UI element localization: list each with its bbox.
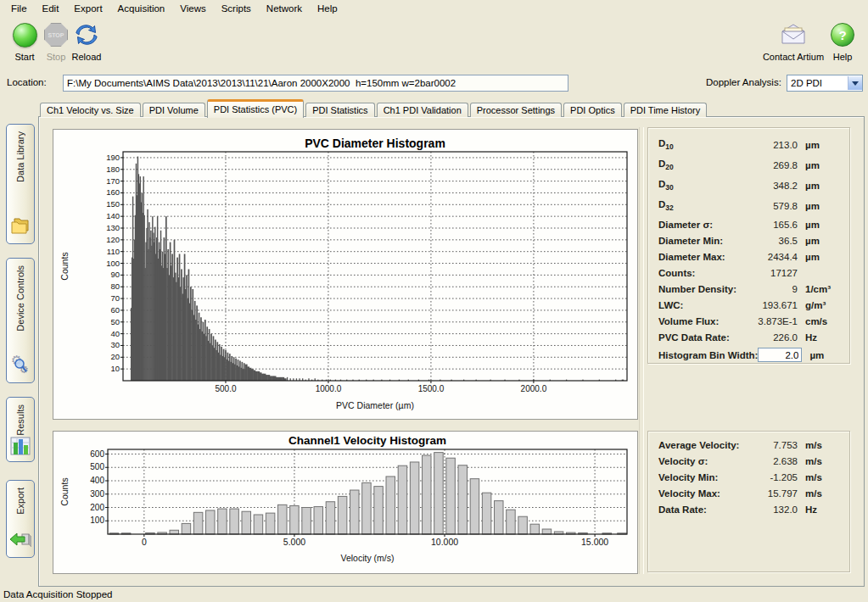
aims-application-window: FileEditExportAcquisitionViewsScriptsNet… xyxy=(0,0,868,602)
stat-row-average-velocity: Average Velocity:7.753m/s xyxy=(648,437,849,453)
stat-value: 3.873E-1 xyxy=(745,316,798,326)
svg-text:2000.0: 2000.0 xyxy=(521,384,547,393)
menu-item-help[interactable]: Help xyxy=(310,2,345,15)
svg-text:150: 150 xyxy=(106,199,120,209)
sidebar-item-results[interactable]: Results xyxy=(6,397,35,462)
stat-value: 348.2 xyxy=(745,181,798,191)
svg-text:400: 400 xyxy=(90,476,104,485)
stat-unit: cm/s xyxy=(798,316,841,326)
menu-item-edit[interactable]: Edit xyxy=(35,2,67,15)
doppler-analysis-select[interactable]: 2D PDI xyxy=(787,75,863,92)
tab-pdi-optics[interactable]: PDI Optics xyxy=(563,103,622,117)
stat-label: Velocity Min: xyxy=(658,472,745,482)
x-tick-labels: 05.00010.00015.000 xyxy=(142,537,608,547)
svg-text:90: 90 xyxy=(110,270,120,279)
sidebar-item-data-library[interactable]: Data Library xyxy=(6,124,35,244)
stat-unit: g/m³ xyxy=(798,300,841,310)
sidebar-item-label: Device Controls xyxy=(15,265,25,332)
svg-text:500.0: 500.0 xyxy=(215,384,236,393)
histogram-bin-width-input[interactable] xyxy=(758,348,802,362)
toolbar: Start STOP Stop Reload xyxy=(0,17,868,71)
tab-bar: Ch1 Velocity vs. SizePDI VolumePDI Stati… xyxy=(40,101,708,117)
stat-unit: m/s xyxy=(798,488,841,499)
tab-pdi-statistics-pvc[interactable]: PDI Statistics (PVC) xyxy=(207,99,304,118)
stat-row-number-density: Number Density:91/cm³ xyxy=(648,281,849,297)
x-tick-labels: 500.01000.01500.02000.0 xyxy=(215,384,546,393)
chart-title: Channel1 Velocity Histogram xyxy=(288,434,446,447)
stat-label: PVC Data Rate: xyxy=(658,332,745,343)
stat-label: Velocity Max: xyxy=(658,488,745,499)
svg-text:70: 70 xyxy=(110,293,120,303)
tab-ch1-pdi-validation[interactable]: Ch1 PDI Validation xyxy=(377,103,468,117)
stat-value: 193.671 xyxy=(745,300,798,310)
y-tick-labels: 1020304050607080901001101201301401501601… xyxy=(106,153,120,373)
export-arrow-icon xyxy=(9,530,31,552)
contact-artium-button[interactable]: Contact Artium xyxy=(762,20,825,62)
menu-bar: FileEditExportAcquisitionViewsScriptsNet… xyxy=(0,0,868,16)
menu-item-network[interactable]: Network xyxy=(259,2,310,15)
svg-text:140: 140 xyxy=(106,211,120,220)
stat-label: Data Rate: xyxy=(658,504,745,515)
svg-text:10: 10 xyxy=(110,364,120,373)
stat-value: 9 xyxy=(745,284,798,294)
chevron-down-icon xyxy=(852,81,859,86)
help-button[interactable]: ? Help xyxy=(818,20,867,62)
menu-item-file[interactable]: File xyxy=(3,2,35,15)
menu-item-acquisition[interactable]: Acquisition xyxy=(110,2,173,15)
svg-text:30: 30 xyxy=(110,340,120,349)
stat-value: 269.8 xyxy=(745,160,798,170)
svg-text:300: 300 xyxy=(90,489,104,499)
menu-item-views[interactable]: Views xyxy=(172,2,213,15)
reload-button-label: Reload xyxy=(62,52,111,62)
svg-text:180: 180 xyxy=(106,164,120,174)
stat-unit: µm xyxy=(798,220,841,230)
tab-pdi-statistics[interactable]: PDI Statistics xyxy=(305,103,374,117)
svg-text:200: 200 xyxy=(90,503,104,512)
svg-text:0: 0 xyxy=(142,537,147,547)
vertical-splitter[interactable] xyxy=(639,127,644,574)
svg-text:100: 100 xyxy=(106,259,120,268)
stat-label: Number Density: xyxy=(658,284,745,294)
svg-text:15.000: 15.000 xyxy=(581,537,608,547)
stat-value: -1.205 xyxy=(745,472,798,482)
status-text: Data Acquisition Stopped xyxy=(3,589,113,599)
reload-button[interactable]: Reload xyxy=(62,20,111,62)
help-button-label: Help xyxy=(818,52,867,62)
doppler-analysis-label: Doppler Analysis: xyxy=(706,77,781,87)
tab-processor-settings[interactable]: Processor Settings xyxy=(470,103,562,117)
menu-item-export[interactable]: Export xyxy=(66,2,109,15)
tab-pdi-time-history[interactable]: PDI Time History xyxy=(624,103,708,117)
folders-icon xyxy=(9,215,31,238)
location-label: Location: xyxy=(7,77,47,87)
stat-label: D30 xyxy=(658,179,745,192)
tab-ch1-velocity-vs-size[interactable]: Ch1 Velocity vs. Size xyxy=(40,103,141,117)
stat-label: D20 xyxy=(658,159,745,171)
stat-unit: µm xyxy=(798,140,841,150)
svg-text:1500.0: 1500.0 xyxy=(418,384,445,393)
stat-value: 213.0 xyxy=(745,140,798,150)
envelope-icon xyxy=(762,20,825,49)
reload-icon xyxy=(62,20,111,49)
stat-label: Diameter Max: xyxy=(658,252,745,262)
stat-value: 36.5 xyxy=(745,236,798,246)
svg-text:160: 160 xyxy=(106,187,120,197)
tab-pdi-volume[interactable]: PDI Volume xyxy=(143,103,205,117)
stat-value: 7.753 xyxy=(745,440,798,450)
stat-row-velocity: Velocity σ:2.638m/s xyxy=(648,453,849,469)
svg-text:40: 40 xyxy=(110,329,120,338)
stat-row-counts: Counts:17127 xyxy=(648,265,849,281)
stat-row-histogram-bin-width: Histogram Bin Width:µm xyxy=(648,345,849,365)
svg-text:100: 100 xyxy=(90,516,104,525)
contact-artium-label: Contact Artium xyxy=(762,52,825,62)
sidebar-item-device-controls[interactable]: Device Controls ⚙ ⚙ xyxy=(6,258,35,383)
sidebar-item-label: Data Library xyxy=(15,131,25,182)
stat-unit: µm xyxy=(798,236,841,246)
stat-row-lwc: LWC:193.671g/m³ xyxy=(648,297,849,313)
location-input[interactable] xyxy=(63,75,568,92)
svg-text:5.000: 5.000 xyxy=(283,537,305,547)
stat-unit: µm xyxy=(798,181,841,191)
menu-item-scripts[interactable]: Scripts xyxy=(214,2,259,15)
sidebar-item-export[interactable]: Export xyxy=(6,480,35,558)
dropdown-button[interactable] xyxy=(848,76,862,90)
location-row: Location: Doppler Analysis: 2D PDI xyxy=(0,75,868,92)
